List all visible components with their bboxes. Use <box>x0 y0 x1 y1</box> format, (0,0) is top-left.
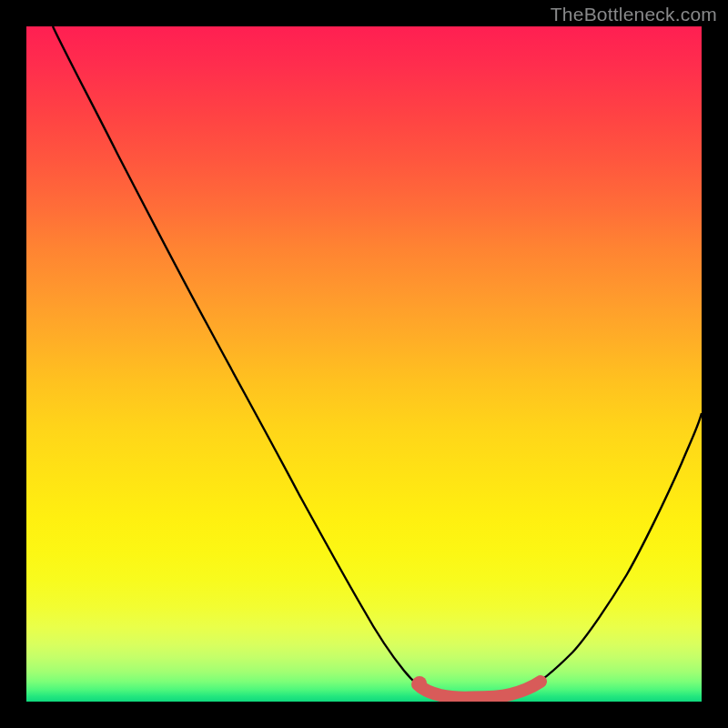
highlight-dot <box>412 676 427 691</box>
curve-layer <box>26 26 702 702</box>
chart-stage: TheBottleneck.com <box>0 0 728 728</box>
watermark-text: TheBottleneck.com <box>551 4 717 25</box>
plot-area <box>26 26 702 702</box>
bottleneck-curve <box>53 26 702 698</box>
optimal-zone-highlight <box>418 682 541 698</box>
